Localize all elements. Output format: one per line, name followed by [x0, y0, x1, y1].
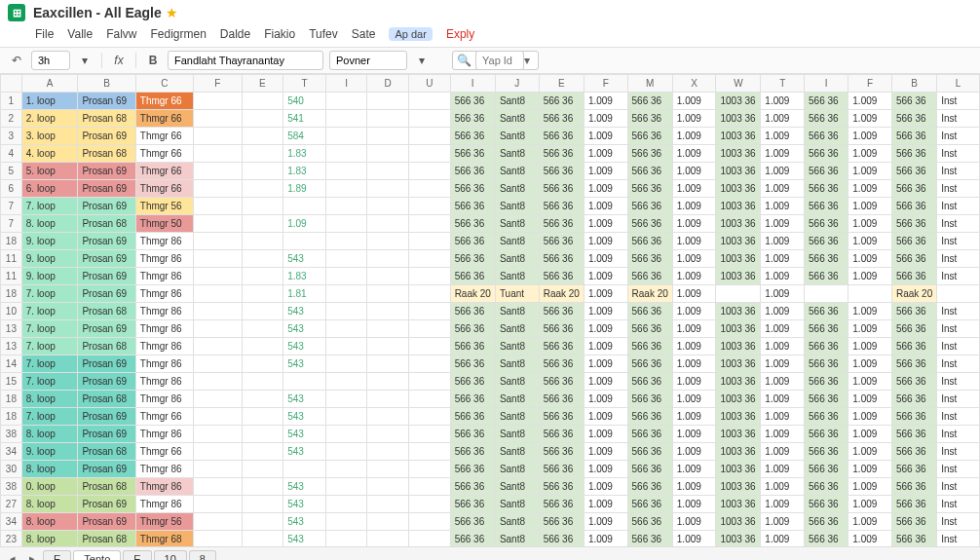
column-header-J[interactable]: J: [495, 75, 539, 93]
cell[interactable]: 566 36: [627, 355, 672, 373]
menu-file[interactable]: File: [35, 27, 54, 41]
cell[interactable]: [326, 320, 367, 338]
cell[interactable]: 1.009: [761, 426, 805, 443]
cell[interactable]: 1.009: [672, 513, 716, 531]
cell[interactable]: 1.009: [584, 128, 627, 145]
cell[interactable]: Sant8: [495, 373, 539, 391]
sheet-tab[interactable]: E: [43, 550, 71, 560]
cell[interactable]: Prosan 68: [78, 110, 135, 128]
cell[interactable]: 566 36: [450, 531, 495, 547]
cell[interactable]: 1.009: [761, 373, 805, 391]
cell[interactable]: Inst: [937, 110, 980, 128]
cell[interactable]: Sant8: [495, 496, 539, 513]
cell[interactable]: Inst: [937, 233, 980, 250]
cell[interactable]: 1.009: [761, 513, 805, 531]
cell[interactable]: [367, 478, 409, 496]
cell[interactable]: [326, 496, 367, 513]
cell[interactable]: 1.009: [672, 163, 716, 180]
cell[interactable]: [283, 233, 326, 250]
cell[interactable]: 1.009: [672, 461, 716, 478]
cell[interactable]: Inst: [937, 461, 980, 478]
cell[interactable]: 566 36: [891, 478, 936, 496]
cell[interactable]: 1.009: [848, 373, 892, 391]
cell[interactable]: Inst: [937, 303, 980, 320]
cell[interactable]: 566 36: [805, 163, 848, 180]
cell[interactable]: 1003 36: [716, 320, 761, 338]
cell[interactable]: Thmgr 86: [135, 391, 193, 408]
cell[interactable]: 543: [283, 408, 326, 426]
cell[interactable]: Inst: [937, 215, 980, 233]
cell[interactable]: [937, 285, 980, 303]
select-all-corner[interactable]: [1, 75, 22, 93]
cell[interactable]: 566 36: [539, 461, 584, 478]
cell[interactable]: 566 36: [539, 320, 584, 338]
cell[interactable]: Thmgr 86: [135, 268, 193, 285]
cell[interactable]: [408, 443, 450, 461]
cell[interactable]: 1003 36: [716, 338, 761, 355]
menu-falvw[interactable]: Falvw: [106, 27, 136, 41]
cell[interactable]: 1003 36: [716, 426, 761, 443]
cell[interactable]: 1.009: [848, 233, 892, 250]
cell[interactable]: 566 36: [450, 443, 495, 461]
cell[interactable]: 566 36: [539, 513, 584, 531]
fx-icon[interactable]: fx: [110, 52, 128, 69]
cell[interactable]: [242, 461, 283, 478]
row-header[interactable]: 7: [1, 198, 22, 215]
cell[interactable]: 566 36: [627, 233, 672, 250]
cell[interactable]: 7. loop: [21, 303, 78, 320]
cell[interactable]: Sant8: [495, 93, 539, 110]
column-header-E[interactable]: E: [242, 75, 283, 93]
cell[interactable]: 1.009: [672, 128, 716, 145]
cell[interactable]: [326, 355, 367, 373]
cell[interactable]: Prosan 69: [78, 198, 135, 215]
cell[interactable]: 9. loop: [21, 268, 78, 285]
cell[interactable]: Thmgr 66: [135, 180, 193, 198]
cell[interactable]: Prosan 69: [78, 408, 135, 426]
cell[interactable]: 566 36: [539, 198, 584, 215]
cell[interactable]: 566 36: [805, 110, 848, 128]
cell[interactable]: [193, 355, 242, 373]
cell[interactable]: 566 36: [539, 391, 584, 408]
cell[interactable]: 566 36: [539, 303, 584, 320]
cell[interactable]: 1.009: [584, 443, 627, 461]
row-header[interactable]: 11: [1, 250, 22, 268]
cell[interactable]: [367, 426, 409, 443]
cell[interactable]: [326, 145, 367, 163]
column-header-U[interactable]: U: [408, 75, 450, 93]
cell[interactable]: 566 36: [627, 531, 672, 547]
cell[interactable]: 1.009: [584, 163, 627, 180]
cell[interactable]: 566 36: [539, 338, 584, 355]
cell[interactable]: Inst: [937, 320, 980, 338]
cell[interactable]: 1.009: [761, 303, 805, 320]
cell[interactable]: 1.009: [672, 320, 716, 338]
cell[interactable]: 7. loop: [21, 198, 78, 215]
cell[interactable]: [326, 303, 367, 320]
cell[interactable]: Thmgr 56: [135, 198, 193, 215]
cell[interactable]: [242, 338, 283, 355]
cell[interactable]: Inst: [937, 408, 980, 426]
cell[interactable]: [242, 110, 283, 128]
cell[interactable]: [367, 110, 409, 128]
bold-button[interactable]: B: [144, 52, 162, 69]
cell[interactable]: 566 36: [891, 513, 936, 531]
cell[interactable]: 566 36: [627, 320, 672, 338]
cell[interactable]: [408, 461, 450, 478]
cell[interactable]: 1.009: [672, 391, 716, 408]
cell[interactable]: 566 36: [627, 373, 672, 391]
cell[interactable]: 566 36: [891, 373, 936, 391]
cell[interactable]: [367, 180, 409, 198]
cell[interactable]: 1.009: [672, 145, 716, 163]
cell[interactable]: 1.009: [584, 93, 627, 110]
cell[interactable]: [408, 285, 450, 303]
cell[interactable]: 566 36: [805, 443, 848, 461]
cell[interactable]: 566 36: [450, 110, 495, 128]
cell[interactable]: [242, 513, 283, 531]
cell[interactable]: [193, 496, 242, 513]
sheet-tab[interactable]: Tento: [73, 550, 121, 560]
cell[interactable]: [193, 391, 242, 408]
menu-right[interactable]: Explу: [446, 27, 474, 41]
cell[interactable]: 1.009: [761, 163, 805, 180]
cell[interactable]: [193, 163, 242, 180]
cell[interactable]: Sant8: [495, 408, 539, 426]
cell[interactable]: 566 36: [539, 110, 584, 128]
